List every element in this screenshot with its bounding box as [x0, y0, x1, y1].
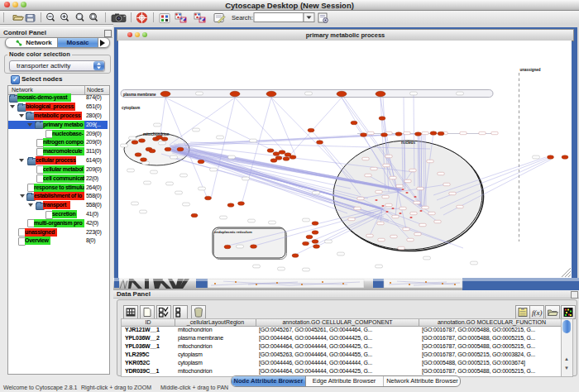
svg-text:f(x): f(x): [532, 308, 543, 317]
svg-text:unassigned: unassigned: [520, 68, 541, 72]
svg-text:nucleus: nucleus: [401, 141, 416, 145]
svg-text:mitochondrion: mitochondrion: [143, 132, 170, 136]
svg-text:cytoplasm: cytoplasm: [122, 106, 140, 110]
svg-text:endoplasmic reticulum: endoplasmic reticulum: [214, 230, 252, 234]
svg-text:plasma membrane: plasma membrane: [123, 93, 156, 97]
svg-text:Search:: Search:: [232, 14, 253, 22]
